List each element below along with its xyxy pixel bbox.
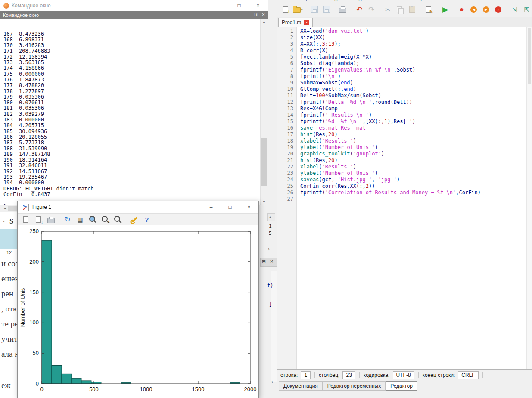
code-line[interactable]: XX=load('dan_vuz.txt') [300, 28, 526, 34]
dock-tab[interactable]: Редактор [386, 381, 417, 391]
code-line[interactable]: fprintf('%d %f \n ',[XX(:,1),Res] ') [300, 118, 526, 125]
prev-breakpoint-icon[interactable]: ◀ [469, 4, 479, 15]
copy-icon[interactable] [395, 4, 405, 15]
cut-icon[interactable]: ✂ [383, 4, 393, 15]
redo-icon[interactable]: ↷ [366, 4, 376, 15]
code-line[interactable]: fprintf(' Results \n ') [300, 112, 526, 118]
tab-prog1[interactable]: Prog1.m × [278, 18, 313, 27]
scrollbar-thumb[interactable] [528, 28, 531, 84]
save-icon[interactable] [309, 4, 319, 15]
code-line[interactable]: GlComp=vect(:,end) [300, 86, 526, 93]
find-icon[interactable]: ✎ [423, 4, 434, 15]
scroll-down-icon[interactable]: ▼ [261, 200, 268, 203]
undo-icon[interactable]: ↶ [354, 4, 364, 15]
menu-item[interactable]: Выполнение [377, 0, 404, 1]
figure-window-title: Figure 1 [32, 204, 51, 210]
tab-close-icon[interactable]: × [304, 20, 309, 25]
new-figure-icon[interactable] [20, 215, 31, 225]
plot-area[interactable]: 0500100015002000050100150200250Number of… [18, 225, 258, 398]
step-in-icon[interactable]: ⇲ [510, 4, 520, 15]
code-line[interactable]: graphics_toolkit('gnuplot') [300, 151, 526, 157]
code-line[interactable]: Delt=100*SobMax/sum(Sobst) [300, 93, 526, 99]
paste-icon[interactable] [407, 4, 417, 15]
close-icon[interactable]: × [240, 202, 258, 212]
save-as-icon[interactable] [321, 4, 332, 15]
code-line[interactable]: CorFin=corr(Res,XX(:,2)) [300, 183, 526, 190]
code-line[interactable]: Sobst=diag(lambda); [300, 60, 526, 67]
minimize-icon[interactable]: – [211, 0, 230, 11]
line-number: 10 [277, 86, 293, 93]
output-line: 189 147.387148 [3, 152, 260, 157]
code-line[interactable]: SobMax=Sobst(end) [300, 80, 526, 86]
menu-item[interactable]: Отладка [348, 0, 366, 1]
code-line[interactable]: hist(Res,20) [300, 157, 526, 164]
code-line[interactable]: size(XX) [300, 34, 526, 41]
background-fragment: t) [267, 283, 273, 289]
command-window-titlebar[interactable]: Командное окно – □ × [0, 0, 268, 11]
rotate-icon[interactable]: ↻ [62, 215, 73, 225]
close-icon[interactable]: × [262, 11, 265, 19]
output-line: 179 0.035306 [3, 94, 260, 100]
menu-item[interactable]: Справка [415, 0, 433, 1]
maximize-icon[interactable]: □ [230, 0, 249, 11]
output-line: 181 0.035306 [3, 106, 260, 111]
code-line[interactable]: [vect,lambda]=eig(X'*X) [300, 54, 526, 60]
background-fragment: › [268, 246, 270, 252]
dock-tab[interactable]: Документация [279, 381, 323, 391]
code-line[interactable]: X=XX(:,3:13); [300, 41, 526, 47]
scrollbar-thumb[interactable] [261, 138, 267, 186]
code-line[interactable]: fprintf('Delta= %d \n ',round(Delt)) [300, 99, 526, 106]
line-number: 1 [277, 28, 293, 34]
clear-breakpoints-icon[interactable]: × [493, 4, 503, 15]
menu-item[interactable]: Вид [329, 0, 337, 1]
code-line[interactable]: fprintf('Correlation of Results and Mone… [300, 190, 526, 196]
open-file-icon[interactable]: ▾ [292, 4, 303, 15]
vertical-scrollbar[interactable]: ▲ ▼ [260, 19, 268, 205]
code-line[interactable]: ylabel('Number of Unis ') [300, 144, 526, 151]
minimize-icon[interactable]: – [202, 202, 221, 212]
dock-tab[interactable]: Редактор переменных [323, 381, 386, 391]
code-line[interactable]: hist(Res,20) [300, 131, 526, 138]
menu-item[interactable]: Файл [280, 0, 292, 1]
code-line[interactable]: xlabel('Results ') [300, 138, 526, 144]
code-line[interactable]: fprintf('\n') [300, 73, 526, 80]
print-figure-icon[interactable] [45, 215, 56, 225]
code-line[interactable] [300, 196, 526, 202]
save-figure-icon[interactable]: ↓ [33, 215, 44, 225]
autoscale-icon[interactable] [87, 215, 98, 225]
code-line[interactable]: saveas(gcf, 'Hist.jpg ', 'jpg ') [300, 177, 526, 183]
code-line[interactable]: Res=X*GlComp [300, 106, 526, 112]
line-number: 9 [277, 80, 293, 86]
zoom-in-icon[interactable]: + [100, 215, 111, 225]
code-line[interactable]: fprintf('Eigenvalues:\n %f \n',Sobst) [300, 67, 526, 73]
tools-icon[interactable] [129, 215, 140, 225]
output-line: 172 12.158394 [3, 54, 260, 60]
grid-icon[interactable]: ▦ [75, 215, 86, 225]
figure-window-titlebar[interactable]: Figure 1 – □ × [18, 201, 258, 213]
maximize-icon[interactable]: □ [221, 202, 240, 212]
code-editor[interactable]: 1234567891011121314151617181920212223242… [277, 27, 532, 370]
next-breakpoint-icon[interactable]: ▶ [481, 4, 491, 15]
breakpoint-icon[interactable]: ● [457, 4, 467, 15]
code-line[interactable]: save res.mat Res -mat [300, 125, 526, 131]
editor-scrollbar[interactable] [526, 27, 532, 369]
scroll-left-icon[interactable]: ◀ [2, 207, 9, 210]
code-line[interactable]: ylabel('Number of Unis ') [300, 170, 526, 177]
output-line: 175 0.000000 [3, 72, 260, 77]
editor-menubar: ФайлПравкаВидОтладкаВыполнениеСправка [280, 0, 433, 1]
close-icon[interactable]: × [249, 0, 268, 11]
scroll-up-icon[interactable]: ▲ [261, 20, 268, 23]
undock-icon[interactable]: ⊞ [254, 11, 258, 19]
step-out-icon[interactable]: ⇱ [522, 4, 532, 15]
line-number: 14 [277, 112, 293, 118]
run-icon[interactable]: ▶ [440, 4, 450, 15]
help-icon[interactable]: ? [141, 215, 152, 225]
zoom-out-icon[interactable]: − [112, 215, 123, 225]
new-script-icon[interactable]: + [280, 4, 291, 15]
octave-app-icon [3, 3, 9, 9]
code-line[interactable]: xlabel('Results ') [300, 164, 526, 170]
menu-item[interactable]: Правка [302, 0, 318, 1]
print-icon[interactable] [338, 4, 348, 15]
code-line[interactable]: R=corr(X) [300, 47, 526, 54]
code-lines[interactable]: XX=load('dan_vuz.txt')size(XX)X=XX(:,3:1… [297, 27, 526, 369]
